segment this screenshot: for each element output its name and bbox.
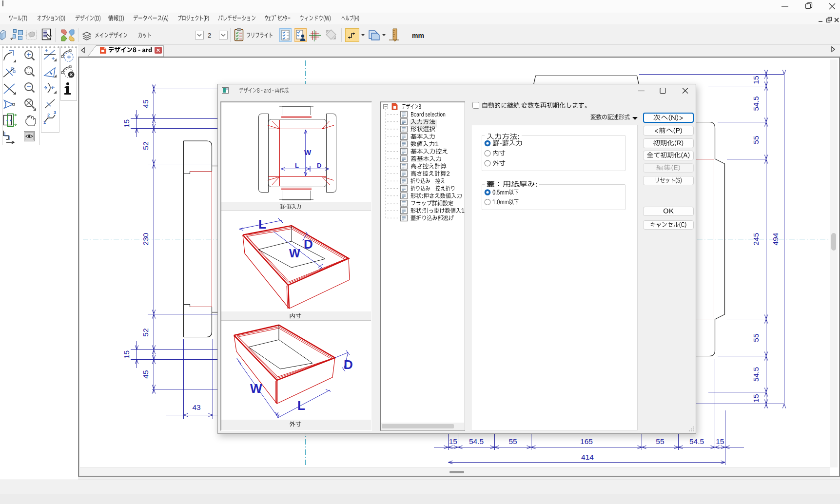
svg-text:L: L (258, 217, 266, 232)
svg-text:3: 3 (54, 110, 56, 115)
svg-text:W: W (304, 148, 312, 156)
svg-text:L: L (297, 398, 305, 413)
svg-text:W: W (289, 247, 300, 260)
svg-text:D: D (344, 357, 353, 372)
svg-text:D: D (317, 162, 321, 169)
svg-text:2: 2 (47, 113, 50, 117)
svg-text:1: 1 (43, 120, 46, 125)
svg-text:L: L (295, 162, 299, 169)
svg-text:mm: mm (412, 32, 424, 39)
svg-text:D: D (304, 237, 313, 252)
svg-text:W: W (250, 381, 262, 396)
svg-text:2: 2 (208, 32, 211, 39)
